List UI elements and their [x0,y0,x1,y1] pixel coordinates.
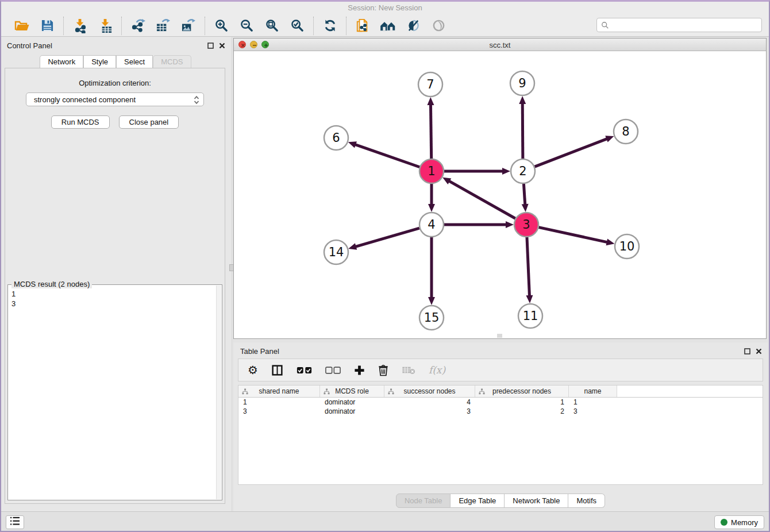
table-tabs: Node TableEdge TableNetwork TableMotifs [233,494,768,508]
memory-button[interactable]: Memory [714,515,764,529]
edge-4-15[interactable] [428,237,435,305]
toolbar-group [64,17,122,35]
canvas-scroll-grip[interactable] [497,334,502,338]
table-cell[interactable]: dominator [320,398,384,407]
table-row[interactable]: 1dominator411 [238,398,763,407]
network-view-title: scc.txt [234,41,766,49]
node-15[interactable]: 15 [419,306,444,330]
search-box[interactable] [596,18,762,32]
show-columns-icon[interactable] [271,364,283,376]
control-panel-title: Control Panel [7,41,52,50]
copy-network-icon[interactable] [355,18,371,34]
table-cell[interactable]: 3 [569,407,617,416]
edge-3-11[interactable] [526,237,533,303]
edge-1-6[interactable] [348,141,419,167]
deselect-all-checkboxes-icon[interactable] [325,366,341,375]
table-row[interactable]: 3dominator323 [238,407,763,416]
edge-2-3[interactable] [522,184,529,212]
table-cell[interactable]: 3 [384,407,475,416]
add-row-icon[interactable] [354,365,365,376]
node-6[interactable]: 6 [324,126,348,150]
network-canvas[interactable]: 7968124314101511 [234,51,766,338]
toggle-contrast-icon[interactable] [430,18,446,34]
tab-style[interactable]: Style [83,55,116,68]
criterion-dropdown[interactable]: strongly connected component [26,92,204,106]
table-cell[interactable]: 2 [475,407,569,416]
column-header-successor-nodes[interactable]: successor nodes [384,385,475,397]
node-9[interactable]: 9 [510,71,534,95]
edge-4-14[interactable] [348,228,419,250]
export-image-icon[interactable] [180,18,197,34]
search-input[interactable] [612,20,759,30]
edge-1-7[interactable] [427,97,434,159]
float-panel-icon[interactable] [207,41,214,51]
node-3[interactable]: 3 [514,213,538,237]
edge-1-2[interactable] [444,168,510,175]
export-table-icon[interactable] [155,18,171,34]
save-session-icon[interactable] [39,18,55,34]
select-all-checkboxes-icon[interactable] [297,366,312,375]
zoom-fit-icon[interactable] [264,18,280,34]
column-header-shared-name[interactable]: shared name [238,385,320,397]
zoom-selected-icon[interactable] [289,18,305,34]
edge-1-4[interactable] [428,184,435,212]
result-scrollbar[interactable] [216,286,221,499]
column-header-predecessor-nodes[interactable]: predecessor nodes [475,385,569,397]
tab-motifs[interactable]: Motifs [568,494,605,508]
float-panel-icon[interactable] [744,346,750,357]
edge-2-9[interactable] [519,96,526,159]
tab-edge-table[interactable]: Edge Table [451,494,505,508]
edge-2-8[interactable] [535,136,614,167]
tab-network[interactable]: Network [40,55,83,68]
task-history-button[interactable] [6,515,24,529]
node-2[interactable]: 2 [511,159,535,183]
open-session-icon[interactable] [14,18,30,34]
node-8[interactable]: 8 [614,119,638,144]
export-network-icon[interactable] [130,18,146,34]
node-10[interactable]: 10 [615,234,639,259]
function-builder-icon: f(x) [429,364,445,376]
import-network-icon[interactable] [72,18,88,34]
edge-3-1[interactable] [442,178,515,218]
svg-text:1: 1 [428,164,435,178]
edge-3-10[interactable] [538,228,614,246]
delete-row-icon[interactable] [378,364,388,376]
table-cell[interactable]: 1 [475,398,569,407]
column-header-name[interactable]: name [569,385,617,397]
close-panel-icon[interactable] [756,346,762,357]
import-table-icon[interactable] [97,18,113,34]
table-cell[interactable]: 1 [238,398,320,407]
mcds-result-text[interactable]: 1 3 [8,286,216,500]
node-4[interactable]: 4 [419,213,444,237]
node-7[interactable]: 7 [418,72,442,97]
table-cell[interactable]: 3 [238,407,320,416]
network-window-titlebar[interactable]: scc.txt [234,38,766,51]
node-1[interactable]: 1 [419,159,444,183]
tab-mcds[interactable]: MCDS [153,55,191,68]
svg-text:3: 3 [522,218,530,232]
toolbar-group [122,17,205,35]
svg-text:4: 4 [428,218,435,232]
close-panel-button[interactable]: Close panel [119,115,179,129]
zoom-out-icon[interactable] [238,18,255,34]
table-cell[interactable]: 4 [384,398,475,407]
run-mcds-button[interactable]: Run MCDS [51,115,110,129]
table-header-row: shared nameMCDS rolesuccessor nodesprede… [238,385,763,398]
tab-select[interactable]: Select [116,55,153,68]
table-cell[interactable]: 1 [569,398,617,407]
node-14[interactable]: 14 [324,240,348,264]
edge-4-3[interactable] [444,221,514,228]
zoom-in-icon[interactable] [213,18,229,34]
hide-graphics-details-icon[interactable] [405,18,421,34]
table-settings-icon[interactable]: ⚙ [248,364,258,376]
tab-node-table[interactable]: Node Table [396,494,451,508]
table-cell[interactable]: dominator [320,407,384,416]
close-panel-icon[interactable] [219,41,225,51]
node-11[interactable]: 11 [518,304,542,328]
open-browser-icon[interactable] [380,18,396,34]
node-table[interactable]: shared nameMCDS rolesuccessor nodesprede… [238,385,763,485]
column-header-MCDS-role[interactable]: MCDS role [320,385,384,397]
table-toolbar: ⚙f(x) [238,358,763,381]
refresh-icon[interactable] [322,18,338,34]
tab-network-table[interactable]: Network Table [505,494,568,508]
